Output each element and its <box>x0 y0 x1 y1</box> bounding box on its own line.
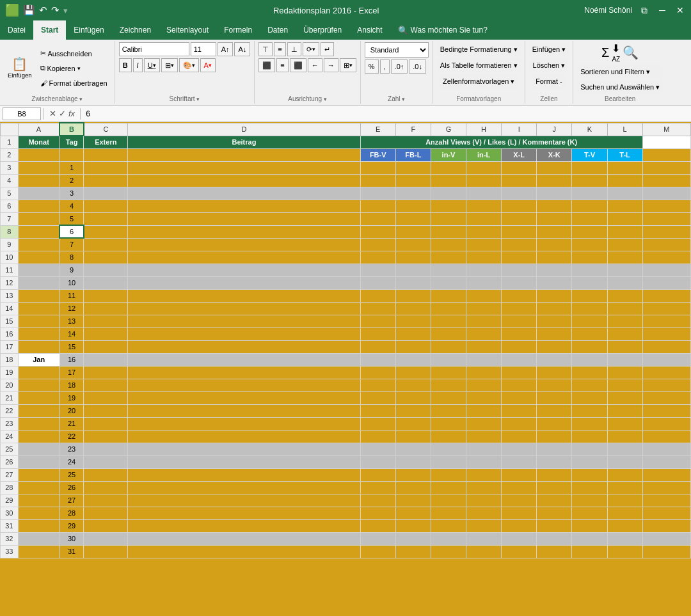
tab-ansicht[interactable]: Ansicht <box>349 20 390 40</box>
merge-center-button[interactable]: ⊞ ▾ <box>340 58 356 72</box>
cell-b31[interactable]: 29 <box>60 519 84 532</box>
align-middle-button[interactable]: ≡ <box>274 42 285 56</box>
format-cells-button[interactable]: Format - <box>532 74 566 88</box>
cell-a1[interactable]: Monat <box>18 136 60 148</box>
row-header-26[interactable]: 26 <box>1 455 19 468</box>
tab-formeln[interactable]: Formeln <box>216 20 260 40</box>
restore-icon[interactable]: ⧉ <box>639 4 650 16</box>
cell-b8[interactable]: 6 <box>60 225 84 238</box>
font-color-button[interactable]: A ▾ <box>200 58 216 72</box>
cell-d1[interactable]: Beitrag <box>128 136 360 148</box>
row-header-17[interactable]: 17 <box>1 340 19 353</box>
tab-help[interactable]: 🔍 Was möchten Sie tun? <box>390 20 495 40</box>
decrease-font-button[interactable]: A↓ <box>234 42 250 56</box>
row-header-30[interactable]: 30 <box>1 507 19 519</box>
delete-cells-button[interactable]: Löschen ▾ <box>530 58 569 72</box>
cell-e1-merged[interactable]: Anzahl Views (V) / Likes (L) / Kommentar… <box>360 136 642 148</box>
col-header-g[interactable]: G <box>431 123 466 136</box>
align-left-button[interactable]: ⬛ <box>258 58 275 72</box>
cell-k2[interactable]: T-V <box>572 148 607 161</box>
cell-b7[interactable]: 5 <box>60 212 84 225</box>
insert-cells-button[interactable]: Einfügen ▾ <box>529 42 569 56</box>
italic-button[interactable]: I <box>133 58 143 72</box>
row-header-7[interactable]: 7 <box>1 212 19 225</box>
row-header-10[interactable]: 10 <box>1 251 19 264</box>
cell-b19[interactable]: 17 <box>60 366 84 379</box>
cell-b21[interactable]: 19 <box>60 391 84 404</box>
row-header-29[interactable]: 29 <box>1 494 19 507</box>
cell-b33[interactable]: 31 <box>60 545 84 558</box>
col-header-f[interactable]: F <box>395 123 431 136</box>
comma-button[interactable]: , <box>380 59 390 74</box>
cell-b11[interactable]: 9 <box>60 264 84 276</box>
cell-b30[interactable]: 28 <box>60 507 84 519</box>
cell-m2[interactable] <box>642 148 690 161</box>
cell-b22[interactable]: 20 <box>60 404 84 417</box>
cell-b27[interactable]: 25 <box>60 468 84 481</box>
tab-einfuegen[interactable]: Einfügen <box>66 20 111 40</box>
increase-font-button[interactable]: A↑ <box>218 42 234 56</box>
col-header-k[interactable]: K <box>572 123 607 136</box>
row-header-8[interactable]: 8 <box>1 225 19 238</box>
quick-access-more[interactable]: ▾ <box>63 6 68 15</box>
format-painter-button[interactable]: 🖌 Format übertragen <box>37 76 111 90</box>
align-center-button[interactable]: ≡ <box>276 58 288 72</box>
cell-d2[interactable] <box>128 148 360 161</box>
cell-b4[interactable]: 2 <box>60 174 84 187</box>
orient-button[interactable]: ⟳ ▾ <box>303 42 319 56</box>
col-header-i[interactable]: I <box>502 123 537 136</box>
wrap-text-button[interactable]: ↵ <box>321 42 334 56</box>
cell-h2[interactable]: in-L <box>466 148 502 161</box>
cell-b28[interactable]: 26 <box>60 481 84 494</box>
row-header-2[interactable]: 2 <box>1 148 19 161</box>
row-header-1[interactable]: 1 <box>1 136 19 148</box>
cell-b32[interactable]: 30 <box>60 532 84 545</box>
redo-icon[interactable]: ↷ <box>51 4 60 16</box>
cell-b12[interactable]: 10 <box>60 276 84 289</box>
col-header-c[interactable]: C <box>84 123 128 136</box>
row-header-12[interactable]: 12 <box>1 276 19 289</box>
cell-b17[interactable]: 15 <box>60 340 84 353</box>
paste-button[interactable]: 📋 Einfügen <box>4 52 36 85</box>
save-icon[interactable]: 💾 <box>23 4 35 16</box>
row-header-9[interactable]: 9 <box>1 238 19 251</box>
col-header-j[interactable]: J <box>537 123 572 136</box>
tab-datei[interactable]: Datei <box>0 20 33 40</box>
undo-icon[interactable]: ↶ <box>39 4 47 16</box>
cell-f2[interactable]: FB-L <box>395 148 431 161</box>
col-header-a[interactable]: A <box>18 123 60 136</box>
tab-zeichnen[interactable]: Zeichnen <box>112 20 159 40</box>
row-header-21[interactable]: 21 <box>1 391 19 404</box>
copy-button[interactable]: ⧉ Kopieren ▾ <box>37 61 111 75</box>
cell-a2[interactable] <box>18 148 60 161</box>
increase-decimal-button[interactable]: .0↑ <box>391 59 408 74</box>
row-header-16[interactable]: 16 <box>1 328 19 340</box>
cell-e3[interactable] <box>360 161 395 174</box>
row-header-27[interactable]: 27 <box>1 468 19 481</box>
cell-c2[interactable] <box>84 148 128 161</box>
row-header-20[interactable]: 20 <box>1 379 19 391</box>
cell-b26[interactable]: 24 <box>60 455 84 468</box>
formula-input[interactable] <box>83 109 688 119</box>
cell-j2[interactable]: X-K <box>537 148 572 161</box>
insert-function-icon[interactable]: fx <box>68 109 75 118</box>
cell-b25[interactable]: 23 <box>60 443 84 455</box>
row-header-15[interactable]: 15 <box>1 315 19 328</box>
row-header-19[interactable]: 19 <box>1 366 19 379</box>
row-header-3[interactable]: 3 <box>1 161 19 174</box>
decrease-decimal-button[interactable]: .0↓ <box>409 59 426 74</box>
cell-b29[interactable]: 27 <box>60 494 84 507</box>
cell-b6[interactable]: 4 <box>60 200 84 212</box>
cell-a4[interactable] <box>18 174 60 187</box>
row-header-13[interactable]: 13 <box>1 289 19 302</box>
col-header-h[interactable]: H <box>466 123 502 136</box>
tab-ueberprufen[interactable]: Überprüfen <box>296 20 349 40</box>
cell-m1[interactable] <box>642 136 690 148</box>
cell-b15[interactable]: 13 <box>60 315 84 328</box>
cell-d3[interactable] <box>128 161 360 174</box>
tab-seitenlayout[interactable]: Seitenlayout <box>159 20 216 40</box>
cell-b5[interactable]: 3 <box>60 187 84 200</box>
tab-daten[interactable]: Daten <box>260 20 296 40</box>
row-header-4[interactable]: 4 <box>1 174 19 187</box>
cell-b9[interactable]: 7 <box>60 238 84 251</box>
